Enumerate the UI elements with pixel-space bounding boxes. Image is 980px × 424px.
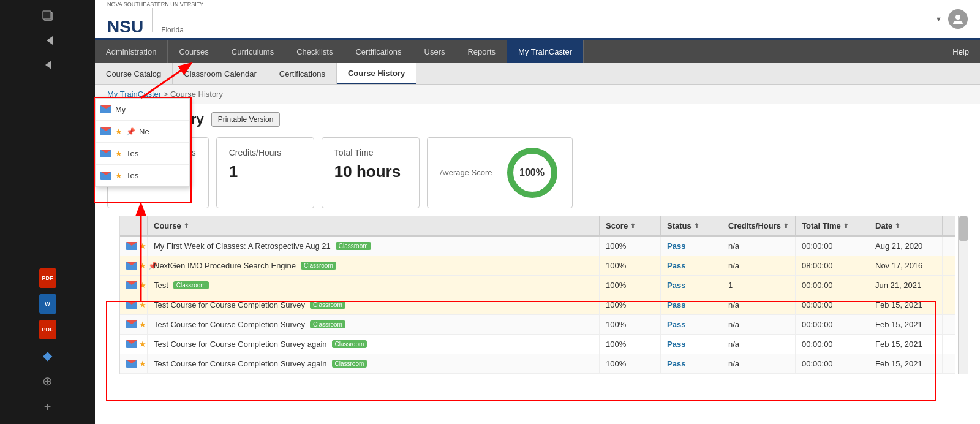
nav-reports[interactable]: Reports — [456, 40, 507, 63]
td-credits-2: 1 — [722, 276, 796, 295]
td-course-4[interactable]: Test Course for Course Completion Survey… — [148, 315, 600, 334]
left-sidebar: PDF W PDF ◆ ⊕ + — [0, 0, 95, 424]
nav-checklists[interactable]: Checklists — [285, 40, 344, 63]
printable-version-button[interactable]: Printable Version — [211, 112, 281, 127]
th-date[interactable]: Date ⬆ — [869, 216, 943, 235]
nav-mytraincaster[interactable]: My TrainCaster — [507, 40, 584, 63]
stat-average-score: Average Score 100% — [427, 137, 573, 208]
header-right: ▼ — [935, 9, 968, 29]
mail-icon-2 — [126, 281, 137, 289]
row-icons-2: ★ — [126, 281, 146, 290]
td-scroll-1 — [943, 256, 955, 275]
td-credits-5: n/a — [722, 335, 796, 354]
word-label: W — [39, 294, 56, 314]
user-avatar[interactable] — [948, 9, 968, 29]
overlay-row-0[interactable]: My — [96, 99, 189, 121]
th-credits[interactable]: Credits/Hours ⬆ — [722, 216, 796, 235]
subnav-course-history[interactable]: Course History — [337, 63, 417, 84]
diamond-icon[interactable]: ◆ — [37, 344, 59, 366]
td-date-5: Feb 15, 2021 — [869, 335, 943, 354]
td-course-3[interactable]: Test Course for Course Completion Survey… — [148, 295, 600, 314]
mail-icon-5 — [126, 340, 137, 348]
subnav-classroom-calendar[interactable]: Classroom Calendar — [173, 63, 268, 84]
td-status-5: Pass — [661, 335, 722, 354]
td-credits-6: n/a — [722, 354, 796, 373]
td-course-5[interactable]: Test Course for Course Completion Survey… — [148, 335, 600, 354]
word-icon[interactable]: W — [37, 293, 59, 315]
td-scroll-2 — [943, 276, 955, 295]
table-scrollbar[interactable] — [958, 216, 968, 374]
subnav-certifications[interactable]: Certifications — [268, 63, 337, 84]
nav-users[interactable]: Users — [413, 40, 457, 63]
sidebar-top-icons — [0, 0, 95, 81]
td-status-1: Pass — [661, 256, 722, 275]
overlay-mail-3 — [100, 172, 111, 180]
overlay-row-2[interactable]: ★ Tes — [96, 143, 189, 165]
scrollbar-thumb[interactable] — [959, 216, 968, 241]
table-row: ★ Test Course for Course Completion Surv… — [120, 354, 955, 374]
row-icons-6: ★ — [126, 359, 146, 368]
sidebar-copy-icon[interactable] — [37, 5, 59, 27]
star-icon-5: ★ — [139, 339, 146, 349]
pdf-icon-1[interactable]: PDF — [37, 267, 59, 289]
td-status-4: Pass — [661, 315, 722, 334]
table-row: ★ Test Course for Course Completion Surv… — [120, 295, 955, 315]
td-course-0[interactable]: My First Week of Classes: A Retrospectiv… — [148, 237, 600, 256]
table-row: ★ 📌 NextGen IMO Procedure Search Engine … — [120, 256, 955, 276]
globe-icon[interactable]: ⊕ — [37, 370, 59, 392]
overlay-label-3: Tes — [126, 171, 138, 180]
overlay-row-3[interactable]: ★ Tes — [96, 165, 189, 186]
sidebar-bottom-icons: PDF W PDF ◆ ⊕ + — [0, 267, 95, 424]
overlay-label-2: Tes — [126, 149, 138, 158]
th-total-time[interactable]: Total Time ⬆ — [796, 216, 869, 235]
sidebar-arrow2-icon[interactable] — [37, 54, 59, 76]
th-score[interactable]: Score ⬆ — [600, 216, 661, 235]
badge-0: Classroom — [336, 242, 371, 250]
th-course[interactable]: Course ⬆ — [148, 216, 600, 235]
td-course-1[interactable]: NextGen IMO Procedure Search Engine Clas… — [148, 256, 600, 275]
table-header: Course ⬆ Score ⬆ Status ⬆ Credits/Hours … — [120, 216, 955, 237]
sort-time-icon: ⬆ — [843, 222, 848, 229]
nav-curriculums[interactable]: Curriculums — [221, 40, 285, 63]
mail-icon-1 — [126, 262, 137, 270]
logo-area: NOVA SOUTHEASTERN UNIVERSITY NSU Florida — [107, 1, 203, 37]
breadcrumb-parent[interactable]: My TrainCaster — [107, 89, 161, 99]
td-icons-4: ★ — [120, 315, 148, 334]
badge-4: Classroom — [310, 320, 345, 328]
stat-credits-hours: Credits/Hours 1 — [216, 137, 314, 208]
overlay-row-1[interactable]: ★ 📌 Ne — [96, 121, 189, 143]
plus-button[interactable]: + — [37, 396, 59, 418]
td-date-0: Aug 21, 2020 — [869, 237, 943, 256]
td-course-2[interactable]: Test Classroom — [148, 276, 600, 295]
td-score-5: 100% — [600, 335, 661, 354]
table-row: ★ Test Course for Course Completion Surv… — [120, 335, 955, 354]
pdf-icon-2[interactable]: PDF — [37, 319, 59, 341]
overlay-star-3: ★ — [115, 171, 123, 180]
table-row: ★ Test Classroom 100% Pass 1 00:00:00 Ju… — [120, 276, 955, 295]
help-button[interactable]: Help — [941, 40, 980, 63]
th-status[interactable]: Status ⬆ — [661, 216, 722, 235]
badge-2: Classroom — [173, 281, 209, 289]
td-course-6[interactable]: Test Course for Course Completion Survey… — [148, 354, 600, 373]
td-score-1: 100% — [600, 256, 661, 275]
credits-hours-label: Credits/Hours — [229, 148, 301, 157]
row-icons-0: ★ — [126, 241, 146, 251]
subnav-course-catalog[interactable]: Course Catalog — [95, 63, 173, 84]
td-date-2: Jun 21, 2021 — [869, 276, 943, 295]
sidebar-arrow1-icon[interactable] — [37, 29, 59, 51]
star-icon-4: ★ — [139, 320, 146, 329]
donut-percent-text: 100% — [519, 167, 545, 178]
td-date-4: Feb 15, 2021 — [869, 315, 943, 334]
td-scroll-0 — [943, 237, 955, 256]
td-status-2: Pass — [661, 276, 722, 295]
nav-certifications[interactable]: Certifications — [344, 40, 413, 63]
mail-icon-3 — [126, 301, 137, 309]
nav-administration[interactable]: Administration — [95, 40, 168, 63]
star-icon-1: ★ — [139, 261, 146, 270]
td-credits-0: n/a — [722, 237, 796, 256]
row-icons-4: ★ — [126, 320, 146, 329]
nav-courses[interactable]: Courses — [168, 40, 220, 63]
svg-marker-2 — [47, 36, 53, 45]
page-title-area: Course History Printable Version — [95, 104, 980, 132]
logo-divider — [152, 8, 153, 32]
